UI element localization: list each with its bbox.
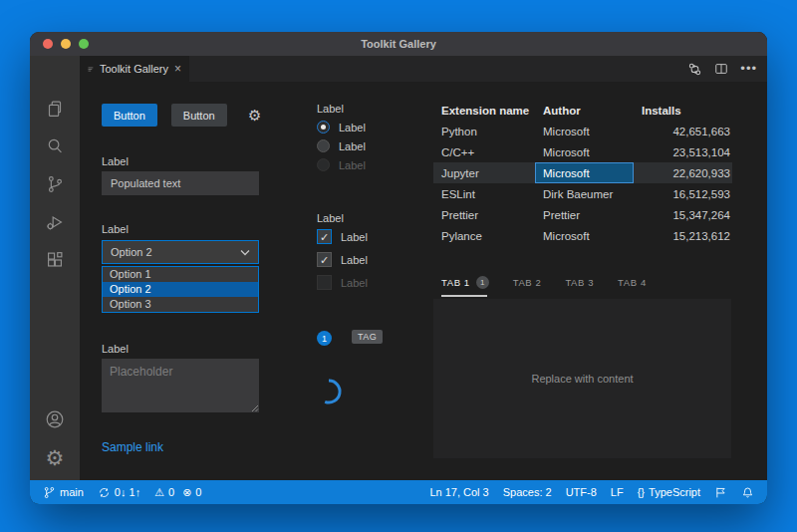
grid-row[interactable]: ESLint Dirk Baeumer 16,512,593 bbox=[433, 183, 732, 204]
grid-cell-installs: 15,213,612 bbox=[634, 230, 732, 242]
editor-tab-toolkit-gallery[interactable]: Toolkit Gallery × bbox=[80, 56, 189, 82]
sync-icon bbox=[98, 486, 111, 499]
text-field-input[interactable] bbox=[102, 171, 259, 195]
account-icon[interactable] bbox=[31, 400, 79, 438]
branch-name: main bbox=[60, 486, 84, 498]
panel-content: Replace with content bbox=[433, 299, 731, 458]
split-editor-icon[interactable] bbox=[714, 62, 728, 76]
compare-changes-icon[interactable] bbox=[687, 62, 702, 77]
notifications-bell-icon[interactable] bbox=[741, 486, 754, 499]
panel-tab-label: TAB 1 bbox=[441, 277, 470, 288]
radio-label: Label bbox=[339, 140, 366, 152]
grid-row-selected[interactable]: Jupyter Microsoft 22,620,933 bbox=[433, 162, 732, 183]
grid-cell-author: Dirk Baeumer bbox=[535, 183, 634, 204]
panel-tab-label: TAB 2 bbox=[513, 277, 542, 288]
grid-row[interactable]: Pylance Microsoft 15,213,612 bbox=[433, 225, 732, 246]
window-title: Toolkit Gallery bbox=[30, 32, 767, 56]
grid-cell-installs: 15,347,264 bbox=[634, 209, 732, 221]
secondary-button[interactable]: Button bbox=[171, 104, 227, 127]
indentation-indicator[interactable]: Spaces: 2 bbox=[503, 486, 552, 498]
data-grid: Extension name Author Installs Python Mi… bbox=[433, 100, 732, 246]
editor-actions: ••• bbox=[687, 56, 757, 82]
grid-row[interactable]: Prettier Prettier 15,347,264 bbox=[433, 204, 732, 225]
checkbox-checked-icon: ✓ bbox=[317, 252, 332, 267]
text-field-label: Label bbox=[102, 155, 129, 167]
dropdown-option-2[interactable]: Option 2 bbox=[103, 282, 258, 297]
title-bar: Toolkit Gallery bbox=[30, 32, 767, 56]
panel-tab-badge: 1 bbox=[476, 276, 489, 289]
dropdown-option-1[interactable]: Option 1 bbox=[103, 267, 258, 282]
grid-cell-name: C/C++ bbox=[433, 146, 535, 158]
branch-indicator[interactable]: main bbox=[43, 486, 84, 499]
encoding-indicator[interactable]: UTF-8 bbox=[566, 486, 597, 498]
warning-icon: ⚠ bbox=[154, 486, 164, 499]
panel-tab-label: TAB 3 bbox=[565, 277, 594, 288]
checkbox-group-label: Label bbox=[317, 212, 344, 224]
panel-tab-list: TAB 1 1 TAB 2 TAB 3 TAB 4 bbox=[441, 276, 647, 289]
dropdown-select[interactable]: Option 2 bbox=[102, 240, 259, 264]
feedback-icon[interactable] bbox=[714, 486, 727, 499]
cursor-position[interactable]: Ln 17, Col 3 bbox=[429, 486, 488, 498]
toolkit-gallery-view: Button Button ⚙ Label Label Option 2 Opt… bbox=[80, 82, 767, 480]
explorer-icon[interactable] bbox=[31, 90, 79, 128]
chevron-down-icon bbox=[240, 249, 250, 256]
editor-tab-bar: Toolkit Gallery × ••• bbox=[30, 56, 767, 82]
search-icon[interactable] bbox=[31, 128, 79, 165]
grid-header-author: Author bbox=[535, 100, 634, 121]
git-branch-icon bbox=[43, 486, 56, 499]
checkbox-item-disabled: Label bbox=[317, 275, 368, 290]
dropdown-selected-value: Option 2 bbox=[111, 246, 240, 258]
gear-icon-button[interactable]: ⚙ bbox=[243, 104, 267, 127]
sync-indicator[interactable]: 0↓ 1↑ bbox=[98, 486, 140, 499]
grid-header-extension-name: Extension name bbox=[433, 105, 535, 117]
radio-disabled-icon bbox=[317, 158, 330, 171]
tag: TAG bbox=[352, 330, 383, 344]
grid-row[interactable]: Python Microsoft 42,651,663 bbox=[433, 121, 732, 141]
grid-row[interactable]: C/C++ Microsoft 23,513,104 bbox=[433, 141, 732, 162]
dropdown-option-3[interactable]: Option 3 bbox=[103, 297, 258, 312]
warning-count: 0 bbox=[168, 486, 174, 498]
grid-header-row: Extension name Author Installs bbox=[433, 100, 732, 121]
checkbox-item-checked[interactable]: ✓ Label bbox=[317, 252, 368, 267]
checkbox-unchecked-icon bbox=[317, 275, 332, 290]
problems-indicator[interactable]: ⚠ 0 ⊗ 0 bbox=[154, 486, 201, 499]
checkbox-item-checked-focused[interactable]: ✓ Label bbox=[317, 229, 368, 244]
error-icon: ⊗ bbox=[182, 486, 191, 499]
eol-indicator[interactable]: LF bbox=[611, 486, 624, 498]
grid-cell-author-selected[interactable]: Microsoft bbox=[535, 162, 634, 183]
vscode-window: Toolkit Gallery Toolkit Gallery × bbox=[30, 32, 767, 504]
sample-link[interactable]: Sample link bbox=[102, 440, 163, 454]
braces-icon: {} bbox=[638, 486, 645, 498]
badge: 1 bbox=[317, 331, 332, 346]
radio-item-checked[interactable]: Label bbox=[317, 120, 366, 134]
grid-cell-name: Jupyter bbox=[433, 167, 535, 179]
sync-counts: 0↓ 1↑ bbox=[115, 486, 140, 498]
active-tab-underline bbox=[441, 295, 487, 297]
extensions-icon[interactable] bbox=[31, 241, 79, 279]
run-debug-icon[interactable] bbox=[31, 203, 79, 241]
checkbox-label: Label bbox=[341, 277, 368, 289]
editor-tab-label: Toolkit Gallery bbox=[100, 63, 168, 75]
panel-tab-2[interactable]: TAB 2 bbox=[513, 277, 542, 288]
grid-cell-name: Prettier bbox=[433, 209, 535, 221]
radio-item-unchecked[interactable]: Label bbox=[317, 138, 366, 153]
grid-cell-installs: 22,620,933 bbox=[634, 167, 732, 179]
primary-button[interactable]: Button bbox=[102, 104, 157, 127]
language-indicator[interactable]: {} TypeScript bbox=[638, 486, 700, 498]
panel-tab-3[interactable]: TAB 3 bbox=[565, 277, 594, 288]
panel-tab-1[interactable]: TAB 1 1 bbox=[441, 276, 489, 289]
dropdown-label: Label bbox=[102, 223, 129, 235]
grid-cell-author: Microsoft bbox=[535, 141, 634, 162]
checkbox-label: Label bbox=[341, 254, 368, 266]
more-actions-icon[interactable]: ••• bbox=[740, 64, 757, 74]
grid-cell-installs: 16,512,593 bbox=[634, 188, 732, 200]
textarea-input[interactable] bbox=[102, 359, 259, 412]
settings-gear-icon[interactable]: ⚙ bbox=[31, 438, 79, 476]
panel-tab-4[interactable]: TAB 4 bbox=[618, 277, 647, 288]
source-control-icon[interactable] bbox=[31, 165, 79, 203]
grid-cell-installs: 42,651,663 bbox=[634, 126, 732, 137]
grid-cell-name: Python bbox=[433, 126, 535, 137]
radio-unchecked-icon bbox=[317, 139, 330, 152]
close-tab-icon[interactable]: × bbox=[174, 62, 181, 76]
textarea-label: Label bbox=[102, 343, 129, 355]
